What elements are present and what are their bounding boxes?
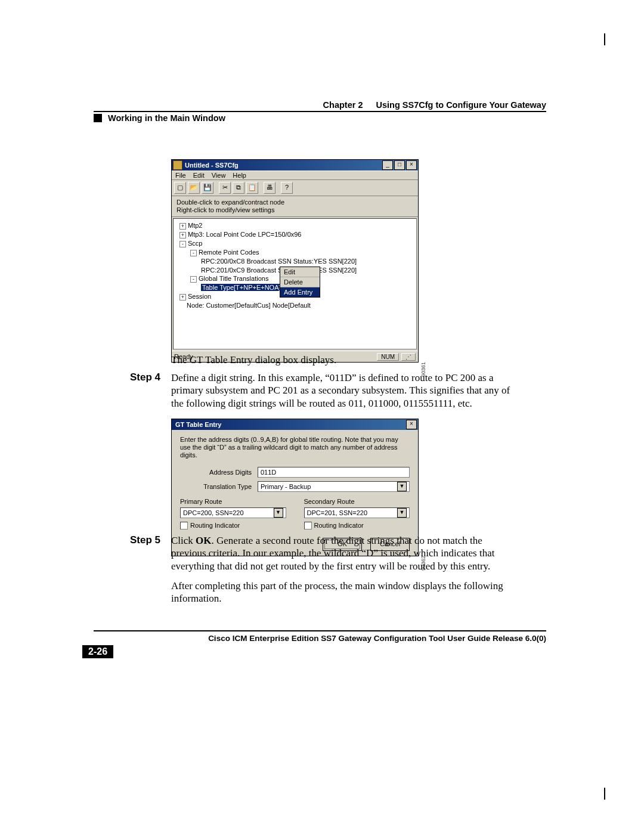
secondary-routing-indicator[interactable]: Routing Indicator xyxy=(304,522,410,530)
titlebar: Untitled - SS7Cfg _ □ × xyxy=(172,160,418,171)
primary-route-select[interactable]: DPC=200, SSN=220 ▼ xyxy=(180,507,286,518)
ctx-edit[interactable]: Edit xyxy=(280,267,320,277)
chapter-header: Chapter 2 Using SS7Cfg to Configure Your… xyxy=(94,100,546,112)
expand-icon[interactable]: + xyxy=(179,223,186,230)
primary-route-group: Primary Route DPC=200, SSN=220 ▼ Routing… xyxy=(180,498,286,530)
instruction-line-1: Double-click to expand/contract node xyxy=(177,199,413,206)
step-5-text: Click OK. Generate a second route for th… xyxy=(171,534,511,572)
step-5-rest: . Generate a second route for the digit … xyxy=(171,535,494,572)
collapse-icon[interactable]: - xyxy=(190,276,197,283)
tree-node[interactable]: Remote Point Codes xyxy=(199,249,259,256)
dialog-hint: Enter the address digits (0..9,A,B) for … xyxy=(180,436,410,460)
close-button[interactable]: × xyxy=(406,420,417,429)
open-icon[interactable]: 📂 xyxy=(188,182,200,194)
routing-indicator-label: Routing Indicator xyxy=(190,522,240,529)
menubar: File Edit View Help xyxy=(172,171,418,180)
menu-view[interactable]: View xyxy=(212,172,226,179)
menu-edit[interactable]: Edit xyxy=(193,172,205,179)
minimize-button[interactable]: _ xyxy=(382,160,393,170)
context-menu: Edit Delete Add Entry xyxy=(280,267,320,298)
tree-node[interactable]: Session xyxy=(188,293,211,300)
paragraph: After completing this part of the proces… xyxy=(171,580,511,605)
menu-help[interactable]: Help xyxy=(233,172,246,179)
expand-icon[interactable]: + xyxy=(179,232,186,239)
checkbox-icon[interactable] xyxy=(304,522,312,529)
checkbox-icon[interactable] xyxy=(180,522,188,529)
step-4-label: Step 4 xyxy=(130,371,160,383)
collapse-icon[interactable]: - xyxy=(179,241,186,247)
chapter-title: Using SS7Cfg to Configure Your Gateway xyxy=(376,100,546,110)
address-digits-label: Address Digits xyxy=(180,469,258,476)
dialog-titlebar: GT Table Entry × xyxy=(172,419,418,430)
footer-doc-title: Cisco ICM Enterprise Edition SS7 Gateway… xyxy=(94,634,546,643)
translation-type-select[interactable]: Primary - Backup ▼ xyxy=(258,481,410,492)
toolbar: ▢ 📂 💾 ✂ ⧉ 📋 🖶 ? xyxy=(172,180,418,196)
tree-node[interactable]: Mtp2 xyxy=(188,222,202,229)
maximize-button[interactable]: □ xyxy=(394,160,405,170)
window-title: Untitled - SS7Cfg xyxy=(185,162,382,169)
translation-type-label: Translation Type xyxy=(180,483,258,490)
page-number: 2-26 xyxy=(82,645,113,658)
new-icon[interactable]: ▢ xyxy=(174,182,186,194)
page: { "header": { "chapter_label": "Chapter … xyxy=(0,0,644,833)
section-title: Working in the Main Window xyxy=(108,113,225,123)
ctx-delete[interactable]: Delete xyxy=(280,277,320,287)
tree-node[interactable]: Global Title Translations xyxy=(199,275,268,282)
ctx-add-entry[interactable]: Add Entry xyxy=(280,287,320,297)
translation-type-value: Primary - Backup xyxy=(261,482,311,491)
routing-indicator-label: Routing Indicator xyxy=(314,522,364,529)
expand-icon[interactable]: + xyxy=(179,294,186,301)
tree-node[interactable]: Mtp3: Local Point Code LPC=150/0x96 xyxy=(188,231,302,238)
tree-node[interactable]: Sccp xyxy=(188,240,202,247)
help-icon[interactable]: ? xyxy=(281,182,293,194)
secondary-route-select[interactable]: DPC=201, SSN=220 ▼ xyxy=(304,507,410,518)
footer-rule xyxy=(94,630,546,631)
step-4-text: Define a digit string. In this example, … xyxy=(171,371,511,410)
primary-routing-indicator[interactable]: Routing Indicator xyxy=(180,522,286,530)
tree-view[interactable]: +Mtp2 +Mtp3: Local Point Code LPC=150/0x… xyxy=(173,218,417,349)
paste-icon[interactable]: 📋 xyxy=(246,182,258,194)
primary-route-value: DPC=200, SSN=220 xyxy=(183,508,244,518)
step-5-label: Step 5 xyxy=(130,534,160,546)
step-5-prefix: Click xyxy=(171,535,196,546)
collapse-icon[interactable]: - xyxy=(190,250,197,256)
section-row: Working in the Main Window xyxy=(94,112,546,125)
primary-route-label: Primary Route xyxy=(180,498,286,505)
bullet-square-icon xyxy=(94,114,102,122)
cut-icon[interactable]: ✂ xyxy=(219,182,231,194)
dropdown-arrow-icon[interactable]: ▼ xyxy=(274,508,283,518)
secondary-route-group: Secondary Route DPC=201, SSN=220 ▼ Routi… xyxy=(304,498,410,530)
dropdown-arrow-icon[interactable]: ▼ xyxy=(397,482,407,491)
dialog-title: GT Table Entry xyxy=(173,421,406,428)
secondary-route-label: Secondary Route xyxy=(304,498,410,505)
chapter-label: Chapter 2 xyxy=(323,100,363,110)
step-5-ok-bold: OK xyxy=(196,535,211,546)
print-icon[interactable]: 🖶 xyxy=(264,182,275,194)
menu-file[interactable]: File xyxy=(175,172,186,179)
dropdown-arrow-icon[interactable]: ▼ xyxy=(397,508,407,518)
tree-node[interactable]: RPC:201/0xC9 Broadcast SSN Status:YES SS… xyxy=(201,267,357,274)
app-window: Untitled - SS7Cfg _ □ × File Edit View H… xyxy=(171,159,419,363)
crop-mark-bottom xyxy=(604,788,605,800)
instruction-text: Double-click to expand/contract node Rig… xyxy=(172,196,418,217)
crop-mark-top xyxy=(604,33,605,45)
address-digits-value: 011D xyxy=(261,467,276,477)
close-button[interactable]: × xyxy=(406,160,417,170)
tree-node[interactable]: Node: Customer[DefaultCus] Node[Default xyxy=(187,302,311,309)
paragraph: The GT Table Entry dialog box displays. xyxy=(171,354,511,366)
instruction-line-2: Right-click to modify/view settings xyxy=(177,206,413,214)
save-icon[interactable]: 💾 xyxy=(202,182,213,194)
address-digits-input[interactable]: 011D xyxy=(258,467,410,478)
app-icon xyxy=(173,160,182,170)
secondary-route-value: DPC=201, SSN=220 xyxy=(307,508,368,518)
tree-node[interactable]: RPC:200/0xC8 Broadcast SSN Status:YES SS… xyxy=(201,258,357,265)
copy-icon[interactable]: ⧉ xyxy=(233,182,244,194)
